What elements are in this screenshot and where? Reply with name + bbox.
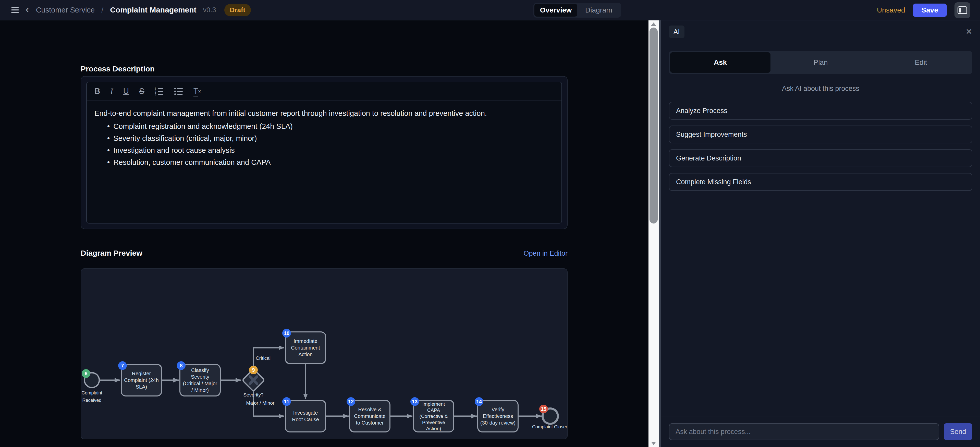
diagram-preview[interactable]: CriticalSeverity?Major / MinorComplaintR… <box>81 269 568 439</box>
editor-content[interactable]: End-to-end complaint management from ini… <box>87 101 562 175</box>
scroll-down-arrow[interactable] <box>651 442 656 445</box>
description-bullet: Resolution, customer communication and C… <box>107 157 554 168</box>
top-bar: ‹ Customer Service / Complaint Managemen… <box>0 0 980 21</box>
panel-toggle-button[interactable] <box>955 2 970 18</box>
step-badge-number: 8 <box>180 363 183 368</box>
ai-suggestion-complete-missing-fields[interactable]: Complete Missing Fields <box>669 173 972 191</box>
ai-suggestion-suggest-improvements[interactable]: Suggest Improvements <box>669 126 972 143</box>
scroll-up-arrow[interactable] <box>651 22 656 26</box>
edge-label: Major / Minor <box>246 400 275 406</box>
editor-toolbar: BIUS123Tx <box>87 82 562 101</box>
status-badge: Draft <box>224 4 251 16</box>
step-badge-number: 10 <box>284 331 290 336</box>
unsaved-indicator: Unsaved <box>877 6 905 14</box>
bold-icon[interactable]: B <box>94 87 100 96</box>
vertical-scrollbar[interactable] <box>649 21 659 447</box>
italic-icon[interactable]: I <box>110 87 113 96</box>
step-badge-number: 13 <box>412 399 417 404</box>
page-title: Complaint Management <box>110 6 196 14</box>
save-button[interactable]: Save <box>913 3 947 17</box>
ai-panel: AI ✕ AskPlanEdit Ask AI about this proce… <box>661 21 980 447</box>
ai-mode-tabs: AskPlanEdit <box>669 51 972 74</box>
edge-label: Complaint <box>81 390 102 396</box>
strikethrough-icon[interactable]: S <box>139 87 145 96</box>
close-icon[interactable]: ✕ <box>966 27 972 36</box>
tab-overview[interactable]: Overview <box>535 4 577 17</box>
ai-tab-edit[interactable]: Edit <box>871 52 971 73</box>
diagram-heading: Diagram Preview <box>81 249 142 258</box>
edge-label: Received <box>82 398 101 403</box>
panel-resize-divider[interactable] <box>659 21 661 447</box>
edge-label: Critical <box>256 355 270 361</box>
diagram-task-11[interactable] <box>285 400 326 432</box>
description-paragraph: End-to-end complaint management from ini… <box>94 108 554 119</box>
step-badge-number: 12 <box>348 399 354 404</box>
description-bullet: Complaint registration and acknowledgmen… <box>107 121 554 132</box>
ai-tab-plan[interactable]: Plan <box>770 52 871 73</box>
step-badge-number: 15 <box>541 406 546 412</box>
send-button[interactable]: Send <box>944 423 972 440</box>
process-diagram: CriticalSeverity?Major / MinorComplaintR… <box>81 269 567 439</box>
description-bullet: Investigation and root cause analysis <box>107 145 554 156</box>
description-card: BIUS123Tx End-to-end complaint managemen… <box>81 76 568 229</box>
description-bullet: Severity classification (critical, major… <box>107 133 554 144</box>
step-badge-number: 14 <box>476 399 482 404</box>
svg-text:3: 3 <box>155 93 156 95</box>
description-heading: Process Description <box>81 65 155 73</box>
edge-label: Complaint Closed <box>532 424 567 430</box>
step-badge-number: 9 <box>252 367 255 373</box>
description-bullet-list: Complaint registration and acknowledgmen… <box>94 121 554 168</box>
edge-label: Severity? <box>243 392 263 398</box>
ai-prompt-input[interactable] <box>669 423 939 440</box>
menu-icon[interactable] <box>11 6 19 13</box>
rich-text-editor: BIUS123Tx End-to-end complaint managemen… <box>86 82 562 224</box>
ordered-list-icon[interactable]: 123 <box>155 87 164 95</box>
ai-tab-ask[interactable]: Ask <box>670 52 770 73</box>
clear-formatting-icon[interactable]: Tx <box>193 86 201 97</box>
main-content: Process Description BIUS123Tx End-to-end… <box>0 21 649 447</box>
tab-diagram[interactable]: Diagram <box>577 4 620 17</box>
ai-suggestion-analyze-process[interactable]: Analyze Process <box>669 102 972 120</box>
back-chevron-icon[interactable]: ‹ <box>25 4 29 14</box>
version-label: v0.3 <box>203 6 216 14</box>
svg-text:1: 1 <box>155 87 156 90</box>
step-badge-number: 6 <box>84 371 87 376</box>
view-tabs: OverviewDiagram <box>533 3 621 17</box>
ai-hint-text: Ask AI about this process <box>669 85 972 92</box>
bullet-list-icon[interactable] <box>174 87 183 95</box>
underline-icon[interactable]: U <box>123 87 129 96</box>
step-badge-number: 11 <box>284 399 289 404</box>
scrollbar-thumb[interactable] <box>649 27 658 224</box>
breadcrumb-section[interactable]: Customer Service <box>36 6 95 14</box>
ai-suggestion-list: Analyze ProcessSuggest ImprovementsGener… <box>669 102 972 191</box>
sidebar-icon <box>958 6 967 14</box>
task-label: Resolve &Communicateto Customer <box>354 407 385 426</box>
ai-panel-title: AI <box>669 25 684 38</box>
step-badge-number: 7 <box>121 363 124 368</box>
ai-suggestion-generate-description[interactable]: Generate Description <box>669 149 972 167</box>
open-in-editor-link[interactable]: Open in Editor <box>523 250 568 258</box>
breadcrumb-separator: / <box>101 6 103 14</box>
